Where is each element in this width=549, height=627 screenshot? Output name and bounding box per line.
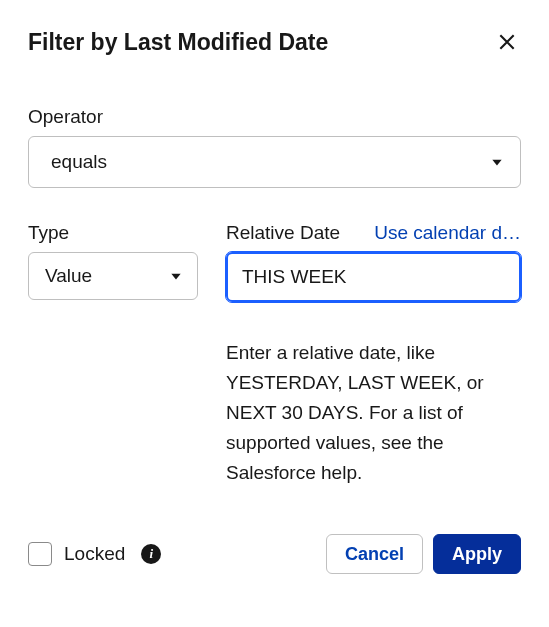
dialog-header: Filter by Last Modified Date (28, 28, 521, 56)
info-icon[interactable]: i (141, 544, 161, 564)
type-field: Type Value (28, 222, 198, 300)
relative-date-input[interactable] (226, 252, 521, 302)
chevron-down-icon (169, 269, 183, 283)
relative-date-field: Relative Date Use calendar d… Enter a re… (226, 222, 521, 488)
operator-label: Operator (28, 106, 521, 128)
close-button[interactable] (493, 28, 521, 56)
close-icon (497, 40, 517, 55)
locked-group: Locked i (28, 542, 316, 566)
type-value: Value (45, 265, 92, 287)
apply-button[interactable]: Apply (433, 534, 521, 574)
operator-value: equals (51, 151, 107, 173)
type-select[interactable]: Value (28, 252, 198, 300)
dialog-title: Filter by Last Modified Date (28, 29, 328, 56)
locked-checkbox[interactable] (28, 542, 52, 566)
type-relative-row: Type Value Relative Date Use calendar d…… (28, 222, 521, 488)
dialog-footer: Locked i Cancel Apply (28, 534, 521, 574)
relative-date-label: Relative Date (226, 222, 340, 244)
operator-select[interactable]: equals (28, 136, 521, 188)
locked-label: Locked (64, 543, 125, 565)
use-calendar-link[interactable]: Use calendar d… (374, 222, 521, 244)
relative-date-help: Enter a relative date, like YESTERDAY, L… (226, 338, 521, 488)
type-label: Type (28, 222, 198, 244)
chevron-down-icon (490, 155, 504, 169)
operator-field: Operator equals (28, 106, 521, 188)
cancel-button[interactable]: Cancel (326, 534, 423, 574)
